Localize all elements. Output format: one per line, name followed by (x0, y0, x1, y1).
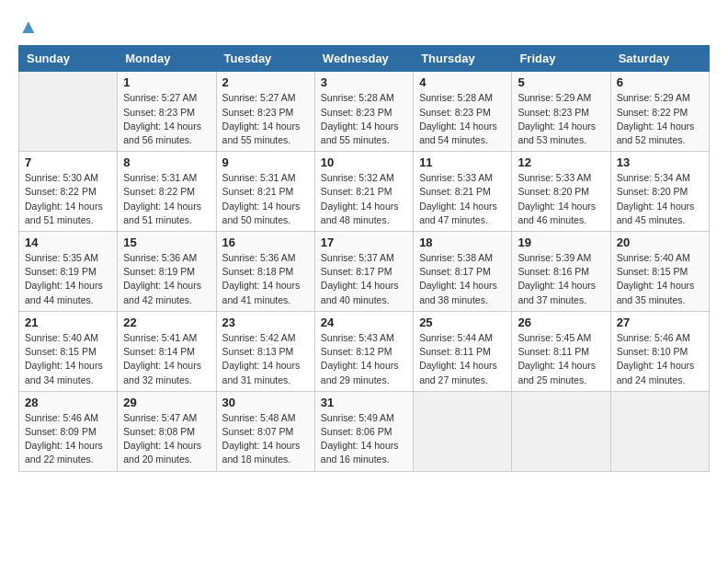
calendar-cell: 7Sunrise: 5:30 AMSunset: 8:22 PMDaylight… (19, 152, 118, 232)
calendar-cell: 22Sunrise: 5:41 AMSunset: 8:14 PMDayligh… (118, 311, 216, 391)
calendar-cell: 16Sunrise: 5:36 AMSunset: 8:18 PMDayligh… (216, 232, 314, 312)
day-info: Sunrise: 5:29 AMSunset: 8:22 PMDaylight:… (617, 91, 703, 147)
day-number: 10 (321, 155, 407, 169)
day-info: Sunrise: 5:44 AMSunset: 8:11 PMDaylight:… (419, 331, 506, 387)
day-info: Sunrise: 5:31 AMSunset: 8:22 PMDaylight:… (123, 171, 210, 227)
day-info: Sunrise: 5:33 AMSunset: 8:20 PMDaylight:… (518, 171, 604, 227)
day-info: Sunrise: 5:34 AMSunset: 8:20 PMDaylight:… (617, 171, 703, 227)
calendar-cell: 13Sunrise: 5:34 AMSunset: 8:20 PMDayligh… (610, 152, 709, 232)
calendar-week-row: 28Sunrise: 5:46 AMSunset: 8:09 PMDayligh… (19, 391, 710, 471)
day-number: 9 (222, 155, 309, 169)
day-number: 25 (419, 316, 506, 329)
day-number: 14 (25, 236, 111, 249)
day-number: 28 (25, 396, 111, 409)
day-number: 22 (123, 316, 210, 329)
calendar-cell: 27Sunrise: 5:46 AMSunset: 8:10 PMDayligh… (610, 311, 709, 391)
day-info: Sunrise: 5:40 AMSunset: 8:15 PMDaylight:… (617, 251, 703, 307)
calendar-cell: 24Sunrise: 5:43 AMSunset: 8:12 PMDayligh… (314, 311, 413, 391)
col-header-sunday: Sunday (19, 46, 118, 72)
day-number: 20 (617, 236, 703, 249)
day-number: 18 (419, 236, 506, 249)
calendar-cell: 1Sunrise: 5:27 AMSunset: 8:23 PMDaylight… (118, 72, 216, 152)
calendar-cell: 2Sunrise: 5:27 AMSunset: 8:23 PMDaylight… (216, 72, 314, 152)
calendar-cell: 14Sunrise: 5:35 AMSunset: 8:19 PMDayligh… (19, 232, 118, 312)
calendar-cell: 5Sunrise: 5:29 AMSunset: 8:23 PMDaylight… (512, 72, 610, 152)
calendar-cell: 15Sunrise: 5:36 AMSunset: 8:19 PMDayligh… (118, 232, 216, 312)
calendar-cell: 18Sunrise: 5:38 AMSunset: 8:17 PMDayligh… (414, 232, 512, 312)
calendar-body: 1Sunrise: 5:27 AMSunset: 8:23 PMDaylight… (19, 72, 710, 471)
calendar-cell: 25Sunrise: 5:44 AMSunset: 8:11 PMDayligh… (414, 311, 512, 391)
calendar-cell: 30Sunrise: 5:48 AMSunset: 8:07 PMDayligh… (216, 391, 314, 471)
day-info: Sunrise: 5:35 AMSunset: 8:19 PMDaylight:… (25, 251, 111, 307)
logo: ▲ (18, 15, 39, 38)
day-number: 8 (123, 155, 210, 169)
header: ▲ (18, 15, 710, 38)
calendar-cell: 26Sunrise: 5:45 AMSunset: 8:11 PMDayligh… (512, 311, 610, 391)
day-number: 19 (518, 236, 604, 249)
calendar-cell: 21Sunrise: 5:40 AMSunset: 8:15 PMDayligh… (19, 311, 118, 391)
col-header-thursday: Thursday (414, 46, 512, 72)
day-number: 5 (518, 75, 604, 89)
day-info: Sunrise: 5:30 AMSunset: 8:22 PMDaylight:… (25, 171, 111, 227)
col-header-tuesday: Tuesday (216, 46, 314, 72)
col-header-friday: Friday (512, 46, 610, 72)
day-number: 29 (123, 396, 210, 409)
day-number: 6 (617, 75, 703, 89)
calendar-cell: 9Sunrise: 5:31 AMSunset: 8:21 PMDaylight… (216, 152, 314, 232)
day-info: Sunrise: 5:27 AMSunset: 8:23 PMDaylight:… (123, 91, 210, 147)
day-info: Sunrise: 5:49 AMSunset: 8:06 PMDaylight:… (321, 411, 407, 467)
calendar-cell: 19Sunrise: 5:39 AMSunset: 8:16 PMDayligh… (512, 232, 610, 312)
col-header-saturday: Saturday (610, 46, 709, 72)
day-info: Sunrise: 5:45 AMSunset: 8:11 PMDaylight:… (518, 331, 604, 387)
day-number: 31 (321, 396, 407, 409)
day-info: Sunrise: 5:36 AMSunset: 8:18 PMDaylight:… (222, 251, 309, 307)
day-info: Sunrise: 5:42 AMSunset: 8:13 PMDaylight:… (222, 331, 309, 387)
calendar-cell: 3Sunrise: 5:28 AMSunset: 8:23 PMDaylight… (314, 72, 413, 152)
day-info: Sunrise: 5:39 AMSunset: 8:16 PMDaylight:… (518, 251, 604, 307)
day-number: 26 (518, 316, 604, 329)
calendar-cell: 4Sunrise: 5:28 AMSunset: 8:23 PMDaylight… (414, 72, 512, 152)
day-info: Sunrise: 5:43 AMSunset: 8:12 PMDaylight:… (321, 331, 407, 387)
calendar-cell: 23Sunrise: 5:42 AMSunset: 8:13 PMDayligh… (216, 311, 314, 391)
calendar-week-row: 14Sunrise: 5:35 AMSunset: 8:19 PMDayligh… (19, 232, 710, 312)
calendar-cell (19, 72, 118, 152)
day-number: 7 (25, 155, 111, 169)
day-info: Sunrise: 5:40 AMSunset: 8:15 PMDaylight:… (25, 331, 111, 387)
calendar-cell: 17Sunrise: 5:37 AMSunset: 8:17 PMDayligh… (314, 232, 413, 312)
day-info: Sunrise: 5:36 AMSunset: 8:19 PMDaylight:… (123, 251, 210, 307)
day-number: 27 (617, 316, 703, 329)
day-number: 15 (123, 236, 210, 249)
day-info: Sunrise: 5:28 AMSunset: 8:23 PMDaylight:… (419, 91, 506, 147)
day-number: 4 (419, 75, 506, 89)
day-number: 17 (321, 236, 407, 249)
calendar-cell: 20Sunrise: 5:40 AMSunset: 8:15 PMDayligh… (610, 232, 709, 312)
calendar-cell: 10Sunrise: 5:32 AMSunset: 8:21 PMDayligh… (314, 152, 413, 232)
calendar-cell: 12Sunrise: 5:33 AMSunset: 8:20 PMDayligh… (512, 152, 610, 232)
calendar-cell (610, 391, 709, 471)
calendar-cell: 6Sunrise: 5:29 AMSunset: 8:22 PMDaylight… (610, 72, 709, 152)
day-info: Sunrise: 5:32 AMSunset: 8:21 PMDaylight:… (321, 171, 407, 227)
col-header-monday: Monday (118, 46, 216, 72)
day-info: Sunrise: 5:33 AMSunset: 8:21 PMDaylight:… (419, 171, 506, 227)
day-info: Sunrise: 5:27 AMSunset: 8:23 PMDaylight:… (222, 91, 309, 147)
day-number: 30 (222, 396, 309, 409)
calendar-cell: 8Sunrise: 5:31 AMSunset: 8:22 PMDaylight… (118, 152, 216, 232)
day-number: 2 (222, 75, 309, 89)
day-number: 3 (321, 75, 407, 89)
day-info: Sunrise: 5:46 AMSunset: 8:09 PMDaylight:… (25, 411, 111, 467)
day-info: Sunrise: 5:28 AMSunset: 8:23 PMDaylight:… (321, 91, 407, 147)
calendar-week-row: 1Sunrise: 5:27 AMSunset: 8:23 PMDaylight… (19, 72, 710, 152)
day-info: Sunrise: 5:48 AMSunset: 8:07 PMDaylight:… (222, 411, 309, 467)
logo-bird-icon: ▲ (18, 15, 39, 38)
calendar-cell: 28Sunrise: 5:46 AMSunset: 8:09 PMDayligh… (19, 391, 118, 471)
day-info: Sunrise: 5:37 AMSunset: 8:17 PMDaylight:… (321, 251, 407, 307)
day-info: Sunrise: 5:38 AMSunset: 8:17 PMDaylight:… (419, 251, 506, 307)
day-info: Sunrise: 5:29 AMSunset: 8:23 PMDaylight:… (518, 91, 604, 147)
calendar-table: SundayMondayTuesdayWednesdayThursdayFrid… (18, 45, 710, 471)
day-number: 16 (222, 236, 309, 249)
day-number: 11 (419, 155, 506, 169)
day-number: 24 (321, 316, 407, 329)
page: ▲ SundayMondayTuesdayWednesdayThursdayFr… (0, 0, 728, 490)
day-number: 13 (617, 155, 703, 169)
calendar-cell: 31Sunrise: 5:49 AMSunset: 8:06 PMDayligh… (314, 391, 413, 471)
